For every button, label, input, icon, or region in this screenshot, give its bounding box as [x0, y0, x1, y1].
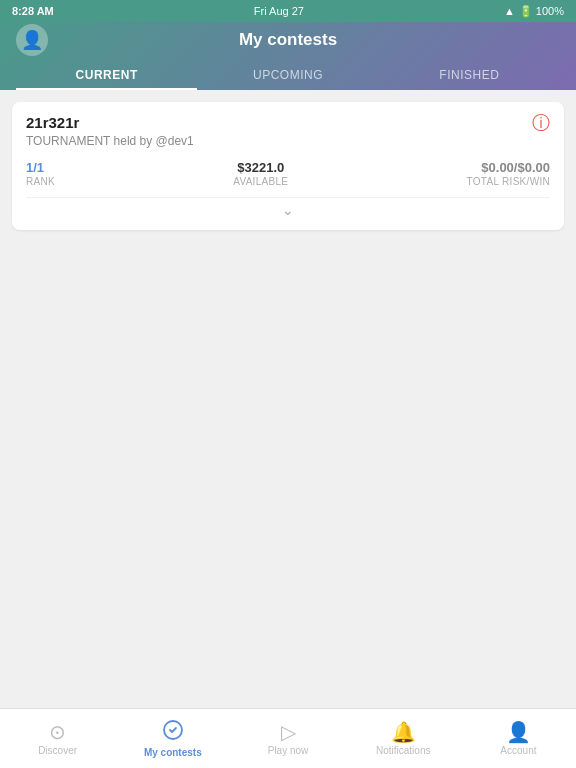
available-value: $3221.0 [233, 160, 288, 175]
status-date: Fri Aug 27 [254, 5, 304, 17]
risk-win-value: $0.00/$0.00 [467, 160, 550, 175]
notifications-icon: 🔔 [391, 722, 416, 742]
avatar[interactable]: 👤 [16, 24, 48, 56]
card-expand[interactable]: ⌄ [26, 197, 550, 218]
tab-finished[interactable]: FINISHED [379, 58, 560, 90]
page-title: My contests [239, 30, 337, 50]
available-label: AVAILABLE [233, 176, 288, 187]
status-time: 8:28 AM [12, 5, 54, 17]
tab-upcoming[interactable]: UPCOMING [197, 58, 378, 90]
rank-value: 1/1 [26, 160, 55, 175]
stat-rank: 1/1 RANK [26, 160, 55, 187]
contest-card: 21r321r ⓘ TOURNAMENT held by @dev1 1/1 R… [12, 102, 564, 230]
main-content: 21r321r ⓘ TOURNAMENT held by @dev1 1/1 R… [0, 90, 576, 708]
nav-discover[interactable]: ⊙ Discover [0, 716, 115, 762]
stat-risk-win: $0.00/$0.00 TOTAL RISK/WIN [467, 160, 550, 187]
nav-account-label: Account [500, 745, 536, 756]
tab-current[interactable]: CURRENT [16, 58, 197, 90]
status-bar: 8:28 AM Fri Aug 27 ▲ 🔋 100% [0, 0, 576, 22]
discover-icon: ⊙ [49, 722, 66, 742]
contest-title: 21r321r [26, 114, 79, 131]
header-top: 👤 My contests [16, 30, 560, 58]
header: 👤 My contests CURRENT UPCOMING FINISHED [0, 22, 576, 90]
contest-subtitle: TOURNAMENT held by @dev1 [26, 134, 550, 148]
nav-discover-label: Discover [38, 745, 77, 756]
status-right: ▲ 🔋 100% [504, 5, 564, 18]
my-contests-icon [162, 719, 184, 744]
nav-play-now-label: Play now [268, 745, 309, 756]
stat-available: $3221.0 AVAILABLE [233, 160, 288, 187]
wifi-icon: ▲ [504, 5, 515, 17]
nav-play-now[interactable]: ▷ Play now [230, 716, 345, 762]
risk-win-label: TOTAL RISK/WIN [467, 176, 550, 187]
nav-notifications[interactable]: 🔔 Notifications [346, 716, 461, 762]
nav-my-contests[interactable]: My contests [115, 713, 230, 764]
battery-icon: 🔋 100% [519, 5, 564, 18]
tab-bar: CURRENT UPCOMING FINISHED [16, 58, 560, 90]
account-icon: 👤 [506, 722, 531, 742]
nav-account[interactable]: 👤 Account [461, 716, 576, 762]
nav-notifications-label: Notifications [376, 745, 430, 756]
card-header: 21r321r ⓘ [26, 114, 550, 132]
chevron-down-icon[interactable]: ⌄ [282, 202, 294, 218]
user-avatar-icon: 👤 [21, 29, 43, 51]
rank-label: RANK [26, 176, 55, 187]
bottom-nav: ⊙ Discover My contests ▷ Play now 🔔 Noti… [0, 708, 576, 768]
nav-my-contests-label: My contests [144, 747, 202, 758]
alert-icon[interactable]: ⓘ [532, 114, 550, 132]
play-now-icon: ▷ [281, 722, 296, 742]
card-stats: 1/1 RANK $3221.0 AVAILABLE $0.00/$0.00 T… [26, 160, 550, 187]
